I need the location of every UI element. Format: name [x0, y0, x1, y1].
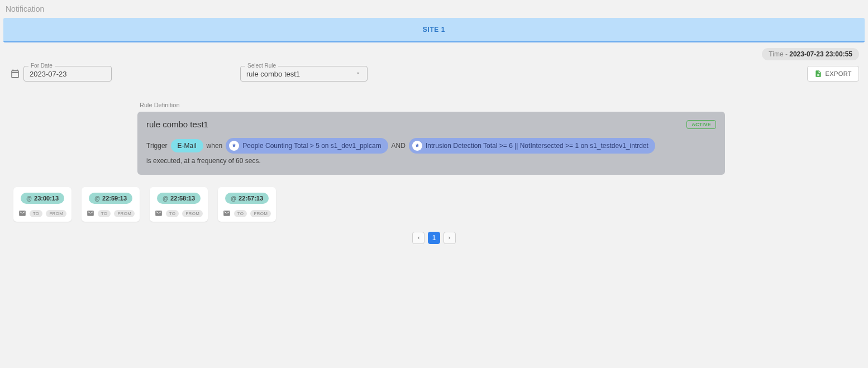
mail-icon	[87, 209, 94, 217]
notification-time: @22:59:13	[89, 193, 132, 204]
calendar-icon	[10, 69, 20, 79]
time-chip-value: 2023-07-23 23:00:55	[789, 50, 852, 58]
pagination-next[interactable]	[443, 232, 456, 244]
and-word: AND	[392, 142, 406, 150]
rule-definition-label: Rule Definition	[137, 102, 725, 108]
from-chip: FROM	[250, 210, 271, 217]
tab-site1[interactable]: SITE 1	[3, 18, 865, 42]
trigger-word: Trigger	[146, 142, 168, 150]
notification-time: @22:57:13	[225, 193, 269, 204]
notification-card[interactable]: @22:57:13 TO FROM	[218, 187, 276, 222]
rule-expression: Trigger E-Mail when People Counting Tota…	[146, 138, 716, 165]
mail-icon	[18, 209, 26, 217]
chevron-down-icon	[355, 70, 361, 78]
rule-name: rule combo test1	[146, 120, 208, 129]
mail-icon	[223, 209, 231, 217]
from-chip: FROM	[114, 210, 135, 217]
for-date-label: For Date	[28, 63, 55, 69]
export-button[interactable]: EXPORT	[807, 66, 859, 82]
from-chip: FROM	[182, 210, 203, 217]
condition-icon	[412, 141, 422, 151]
for-date-input[interactable]: For Date 2023-07-23	[23, 66, 112, 82]
notification-cards-row: @23:00:13 TO FROM @22:59:13 TO FROM @22:…	[3, 175, 865, 227]
notification-time: @23:00:13	[21, 193, 64, 204]
mail-icon	[155, 209, 163, 217]
time-chip: Time - 2023-07-23 23:00:55	[762, 48, 859, 60]
status-badge: ACTIVE	[686, 120, 716, 129]
to-chip: TO	[234, 210, 247, 217]
to-chip: TO	[30, 210, 43, 217]
notification-time: @22:58:13	[157, 193, 201, 204]
notification-card[interactable]: @22:58:13 TO FROM	[150, 187, 208, 222]
select-rule-label: Select Rule	[245, 63, 278, 69]
chevron-right-icon	[447, 235, 452, 241]
when-word: when	[207, 142, 223, 150]
from-chip: FROM	[46, 210, 66, 217]
pagination: 1	[3, 227, 865, 255]
export-icon	[814, 70, 822, 78]
rule-tail-text: is executed, at a frequency of 60 secs.	[146, 157, 261, 165]
condition-icon	[229, 141, 239, 151]
time-chip-label: Time -	[769, 50, 789, 58]
rule-definition-card: rule combo test1 ACTIVE Trigger E-Mail w…	[137, 112, 725, 175]
select-rule-dropdown[interactable]: Select Rule rule combo test1	[240, 66, 368, 82]
page-title: Notification	[0, 0, 868, 18]
export-label: EXPORT	[826, 70, 852, 77]
select-rule-value: rule combo test1	[246, 70, 300, 78]
condition-1-chip: People Counting Total > 5 on s1_dev1_ppl…	[226, 138, 388, 154]
notification-card[interactable]: @22:59:13 TO FROM	[82, 187, 140, 222]
pagination-page-1[interactable]: 1	[428, 232, 440, 244]
to-chip: TO	[98, 210, 111, 217]
chevron-left-icon	[416, 235, 421, 241]
for-date-value: 2023-07-23	[30, 70, 67, 78]
to-chip: TO	[166, 210, 179, 217]
notification-card[interactable]: @23:00:13 TO FROM	[13, 187, 71, 222]
pagination-prev[interactable]	[412, 232, 425, 244]
condition-2-chip: Intrusion Detection Total >= 6 || NotInt…	[409, 138, 655, 154]
trigger-type-chip: E-Mail	[171, 139, 203, 152]
